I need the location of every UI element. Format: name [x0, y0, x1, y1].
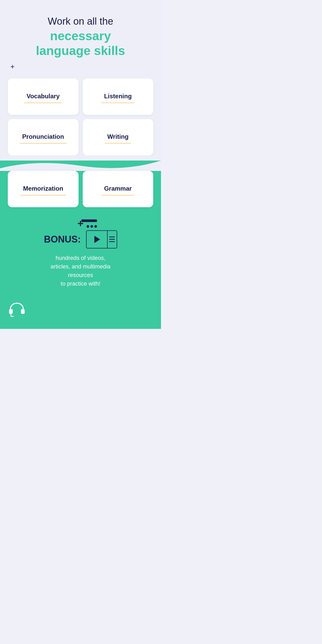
bonus-label: BONUS:: [44, 234, 81, 245]
plus-symbol: +: [8, 218, 153, 229]
writing-label: Writing: [105, 130, 131, 144]
grammar-label: Grammar: [101, 182, 134, 196]
vocabulary-card[interactable]: Vocabulary: [8, 79, 79, 115]
bonus-line: BONUS:: [8, 230, 153, 248]
bonus-description: hundreds of videos,articles, and multime…: [8, 254, 153, 288]
play-triangle-icon: [94, 236, 100, 243]
bonus-section: + BONUS:: [0, 212, 161, 298]
video-line-3: [109, 241, 115, 242]
video-dots: [87, 225, 97, 228]
writing-card[interactable]: Writing: [83, 119, 153, 155]
vocabulary-label: Vocabulary: [24, 90, 62, 103]
bottom-cards-section: Memorization Grammar: [0, 171, 161, 212]
listening-card[interactable]: Listening: [83, 79, 153, 115]
video-play-area: [87, 231, 108, 248]
pronunciation-label: Pronunciation: [20, 130, 67, 144]
headphone-icon: [8, 302, 26, 318]
video-main: [87, 231, 117, 248]
listening-label: Listening: [101, 90, 134, 103]
footer-section: hundreds of videos,articles, and multime…: [0, 298, 161, 329]
video-line-2: [109, 239, 115, 240]
headline-green: necessarylanguage skills: [10, 29, 151, 58]
grammar-card[interactable]: Grammar: [83, 171, 153, 207]
video-line-1: [109, 237, 115, 237]
svg-rect-2: [21, 309, 25, 314]
top-cards-section: Vocabulary Listening Pronunciation Writi…: [0, 79, 161, 155]
pronunciation-card[interactable]: Pronunciation: [8, 119, 79, 155]
video-bar: [81, 219, 97, 222]
plus-icon-top: +: [10, 63, 151, 71]
memorization-label: Memorization: [20, 182, 66, 196]
headline-regular: Work on all the: [10, 16, 151, 27]
dot-2: [90, 225, 93, 228]
dot-3: [94, 225, 97, 228]
top-cards-grid: Vocabulary Listening Pronunciation Writi…: [8, 79, 153, 155]
svg-rect-0: [0, 155, 161, 161]
video-icon: [86, 230, 117, 248]
wave-divider: [0, 155, 161, 171]
page-wrapper: Work on all the necessarylanguage skills…: [0, 0, 161, 329]
memorization-card[interactable]: Memorization: [8, 171, 79, 207]
top-section: Work on all the necessarylanguage skills…: [0, 0, 161, 79]
svg-rect-1: [9, 309, 13, 314]
dot-1: [87, 225, 89, 228]
video-lines-area: [108, 231, 117, 248]
bottom-cards-grid: Memorization Grammar: [8, 171, 153, 207]
